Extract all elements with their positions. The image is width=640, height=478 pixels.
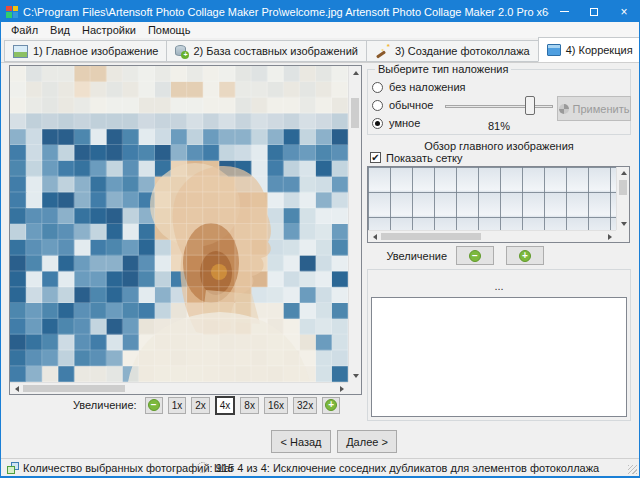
radio-no-overlay-label[interactable]: без наложения bbox=[389, 81, 466, 93]
resize-grip[interactable] bbox=[628, 465, 637, 474]
arrow-down-icon bbox=[353, 374, 359, 378]
detail-groupbox: ... bbox=[367, 269, 631, 421]
preview-zoom-label: Увеличение bbox=[367, 250, 447, 262]
grid-preview-area[interactable] bbox=[368, 167, 616, 230]
main-image-grid-preview bbox=[367, 166, 630, 243]
arrow-left-icon bbox=[373, 234, 377, 240]
tab-image-database[interactable]: + 2) База составных изображений bbox=[166, 40, 366, 62]
progress-spinner-icon bbox=[197, 462, 208, 473]
overlay-type-title: Выберите тип наложения bbox=[375, 63, 511, 75]
zoom-in-button[interactable]: + bbox=[322, 397, 340, 414]
scroll-up-button[interactable] bbox=[349, 66, 362, 79]
status-bar: Количество выбранных фотографий: 915 Шаг… bbox=[1, 458, 639, 476]
tab-label: 4) Коррекция bbox=[566, 44, 633, 56]
arrow-up-icon bbox=[353, 71, 359, 75]
zoom-out-button[interactable]: − bbox=[145, 397, 163, 414]
grid-vertical-scroll-thumb[interactable] bbox=[619, 180, 627, 195]
scroll-right-button[interactable] bbox=[335, 383, 348, 395]
detail-view-area[interactable] bbox=[371, 297, 627, 417]
radio-no-overlay[interactable] bbox=[372, 82, 383, 93]
slider-thumb[interactable] bbox=[525, 96, 535, 115]
maximize-button[interactable] bbox=[579, 1, 609, 22]
title-bar: C:\Program Files\Artensoft Photo Collage… bbox=[1, 1, 639, 22]
app-icon bbox=[6, 6, 18, 18]
tab-label: 2) База составных изображений bbox=[193, 45, 357, 57]
arrow-up-icon bbox=[621, 171, 627, 175]
minus-icon: − bbox=[148, 399, 160, 411]
cube-icon bbox=[547, 44, 561, 56]
preview-zoom-out-button[interactable]: − bbox=[456, 246, 494, 265]
zoom-32x-button[interactable]: 32x bbox=[293, 397, 317, 414]
image-vertical-scrollbar[interactable] bbox=[348, 66, 361, 382]
slider-value: 81% bbox=[445, 120, 553, 132]
arrow-left-icon bbox=[15, 386, 19, 392]
gear-icon bbox=[559, 104, 569, 114]
minimize-button[interactable] bbox=[549, 1, 579, 22]
scroll-down-button[interactable] bbox=[349, 369, 362, 382]
show-grid-checkbox[interactable]: ✔ bbox=[370, 152, 381, 163]
overlay-strength-slider[interactable] bbox=[445, 105, 553, 108]
menu-bar: Файл Вид Настройки Помощь bbox=[1, 22, 639, 38]
show-grid-label[interactable]: Показать сетку bbox=[386, 152, 463, 164]
tab-strip: 1) Главное изображение + 2) База составн… bbox=[1, 38, 639, 63]
grid-horizontal-scroll-thumb[interactable] bbox=[381, 233, 481, 240]
image-icon bbox=[13, 45, 28, 58]
grid-scroll-right-button[interactable] bbox=[603, 231, 616, 242]
arrow-right-icon bbox=[608, 234, 612, 240]
preview-zoom-in-button[interactable]: + bbox=[506, 246, 544, 265]
back-button[interactable]: < Назад bbox=[271, 430, 331, 453]
detail-groupbox-title: ... bbox=[368, 280, 630, 292]
zoom-16x-button[interactable]: 16x bbox=[264, 397, 288, 414]
arrow-right-icon bbox=[340, 386, 344, 392]
window-title: C:\Program Files\Artensoft Photo Collage… bbox=[23, 6, 549, 18]
app-window: C:\Program Files\Artensoft Photo Collage… bbox=[0, 0, 640, 478]
minimize-icon bbox=[560, 11, 569, 12]
check-icon: ✔ bbox=[371, 152, 379, 163]
zoom-1x-button[interactable]: 1x bbox=[168, 397, 187, 414]
grid-vertical-scrollbar[interactable] bbox=[616, 167, 629, 230]
grid-scroll-up-button[interactable] bbox=[617, 167, 630, 179]
collage-preview-panel bbox=[9, 65, 362, 395]
apply-button-label: Применить bbox=[573, 103, 630, 115]
minus-icon: − bbox=[469, 250, 481, 262]
image-horizontal-scrollbar[interactable] bbox=[10, 382, 348, 394]
magic-wand-icon: ** bbox=[375, 44, 390, 58]
photos-count-icon bbox=[7, 462, 19, 474]
radio-smart[interactable] bbox=[372, 118, 383, 129]
menu-help[interactable]: Помощь bbox=[142, 22, 197, 38]
close-icon: × bbox=[620, 6, 627, 18]
next-button[interactable]: Далее > bbox=[337, 430, 397, 453]
zoom-controls: Увеличение: − 1x 2x 4x 8x 16x 32x + bbox=[73, 395, 340, 415]
vertical-scroll-thumb[interactable] bbox=[351, 98, 359, 128]
menu-view[interactable]: Вид bbox=[44, 22, 76, 38]
plus-icon: + bbox=[519, 250, 531, 262]
database-add-icon: + bbox=[175, 45, 188, 57]
menu-settings[interactable]: Настройки bbox=[76, 22, 142, 38]
apply-button[interactable]: Применить bbox=[557, 96, 631, 121]
horizontal-scroll-thumb[interactable] bbox=[23, 385, 125, 392]
close-button[interactable]: × bbox=[609, 1, 639, 22]
preview-section-title: Обзор главного изображения bbox=[367, 140, 631, 152]
tab-main-image[interactable]: 1) Главное изображение bbox=[4, 40, 167, 62]
zoom-4x-button[interactable]: 4x bbox=[215, 396, 236, 415]
maximize-icon bbox=[590, 8, 598, 16]
grid-horizontal-scrollbar[interactable] bbox=[368, 230, 616, 242]
plus-icon: + bbox=[325, 399, 337, 411]
zoom-8x-button[interactable]: 8x bbox=[240, 397, 259, 414]
collage-mosaic bbox=[10, 66, 348, 382]
zoom-2x-button[interactable]: 2x bbox=[191, 397, 210, 414]
collage-preview-image[interactable] bbox=[10, 66, 348, 382]
tab-label: 3) Создание фотоколлажа bbox=[395, 45, 530, 57]
tab-correction[interactable]: 4) Коррекция bbox=[538, 37, 640, 62]
tab-label: 1) Главное изображение bbox=[33, 45, 158, 57]
grid-scroll-left-button[interactable] bbox=[368, 231, 381, 242]
status-step-progress: Шаг 4 из 4: Исключение соседних дубликат… bbox=[214, 461, 639, 478]
radio-smart-label[interactable]: умное bbox=[389, 117, 420, 129]
grid-scroll-down-button[interactable] bbox=[617, 218, 630, 230]
radio-normal-label[interactable]: обычное bbox=[389, 99, 433, 111]
scroll-left-button[interactable] bbox=[10, 383, 23, 395]
menu-file[interactable]: Файл bbox=[5, 22, 44, 38]
arrow-down-icon bbox=[621, 222, 627, 226]
tab-create-collage[interactable]: ** 3) Создание фотоколлажа bbox=[366, 40, 539, 62]
radio-normal[interactable] bbox=[372, 100, 383, 111]
